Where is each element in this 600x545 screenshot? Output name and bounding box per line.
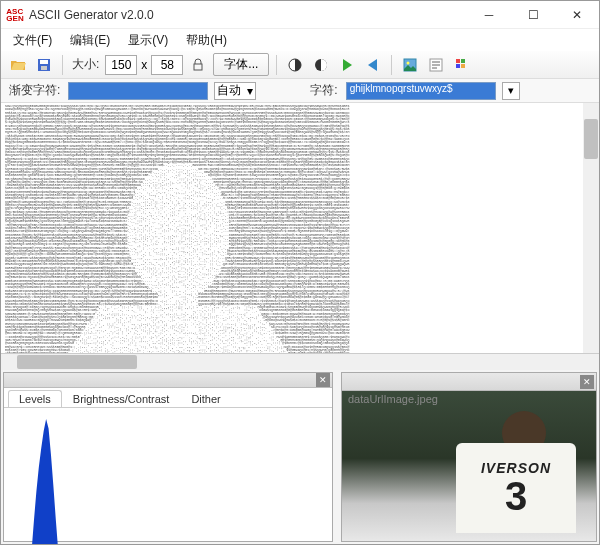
levels-panel: ✕ Levels Brightness/Contrast Dither bbox=[3, 372, 333, 542]
histogram-chart bbox=[12, 414, 324, 545]
tab-brightness[interactable]: Brightness/Contrast bbox=[62, 390, 181, 407]
close-button[interactable]: ✕ bbox=[555, 1, 599, 29]
font-button[interactable]: 字体... bbox=[213, 53, 269, 76]
menu-edit[interactable]: 编辑(E) bbox=[62, 30, 118, 51]
menu-help[interactable]: 帮助(H) bbox=[178, 30, 235, 51]
image-preview-panel: ✕ dataUrlImage.jpeg IVERSON 3 bbox=[341, 372, 597, 542]
menu-view[interactable]: 显示(V) bbox=[120, 30, 176, 51]
lock-ratio-icon[interactable] bbox=[187, 54, 209, 76]
svg-rect-3 bbox=[194, 64, 202, 70]
chars-label: 字符: bbox=[310, 82, 337, 99]
vertical-scrollbar[interactable] bbox=[583, 103, 599, 353]
contrast-icon[interactable] bbox=[284, 54, 306, 76]
play-blue-icon[interactable] bbox=[362, 54, 384, 76]
svg-rect-2 bbox=[41, 66, 47, 70]
image-icon[interactable] bbox=[399, 54, 421, 76]
svg-rect-9 bbox=[456, 59, 460, 63]
svg-rect-12 bbox=[461, 64, 465, 68]
open-icon[interactable] bbox=[7, 54, 29, 76]
app-logo: ASC GEN bbox=[7, 7, 23, 23]
x-label: x bbox=[141, 58, 147, 72]
jersey-number: 3 bbox=[505, 476, 527, 516]
separator bbox=[391, 55, 392, 75]
color-icon[interactable] bbox=[451, 54, 473, 76]
separator bbox=[276, 55, 277, 75]
tab-levels[interactable]: Levels bbox=[8, 390, 62, 407]
panel-close-icon[interactable]: ✕ bbox=[316, 373, 330, 387]
height-input[interactable] bbox=[151, 55, 183, 75]
separator bbox=[62, 55, 63, 75]
window-title: ASCII Generator v2.0.0 bbox=[29, 8, 467, 22]
tab-dither[interactable]: Dither bbox=[180, 390, 231, 407]
text-icon[interactable] bbox=[425, 54, 447, 76]
chars-field[interactable]: ghijklmnopqrstuvwxyz$ bbox=[346, 82, 496, 100]
size-label: 大小: bbox=[72, 56, 99, 73]
width-input[interactable] bbox=[105, 55, 137, 75]
gradient-label: 渐变字符: bbox=[9, 82, 60, 99]
maximize-button[interactable]: ☐ bbox=[511, 1, 555, 29]
image-filename: dataUrlImage.jpeg bbox=[348, 393, 438, 405]
chars-dropdown[interactable]: ▾ bbox=[502, 82, 520, 100]
play-green-icon[interactable] bbox=[336, 54, 358, 76]
panel-close-icon[interactable]: ✕ bbox=[580, 375, 594, 389]
save-icon[interactable] bbox=[33, 54, 55, 76]
horizontal-scrollbar[interactable] bbox=[1, 354, 599, 370]
menu-file[interactable]: 文件(F) bbox=[5, 30, 60, 51]
svg-rect-10 bbox=[461, 59, 465, 63]
invert-icon[interactable] bbox=[310, 54, 332, 76]
auto-dropdown[interactable]: 自动▾ bbox=[214, 82, 256, 100]
svg-rect-1 bbox=[40, 60, 48, 64]
preview-image: IVERSON 3 bbox=[342, 391, 596, 541]
gradient-chars-field[interactable] bbox=[68, 82, 208, 100]
svg-rect-11 bbox=[456, 64, 460, 68]
svg-point-7 bbox=[407, 61, 410, 64]
minimize-button[interactable]: ─ bbox=[467, 1, 511, 29]
ascii-output: NDW#@%Q@NDM8QBBDBWGRGQB%BNG8#$NWQN$$$G#%… bbox=[5, 105, 595, 354]
